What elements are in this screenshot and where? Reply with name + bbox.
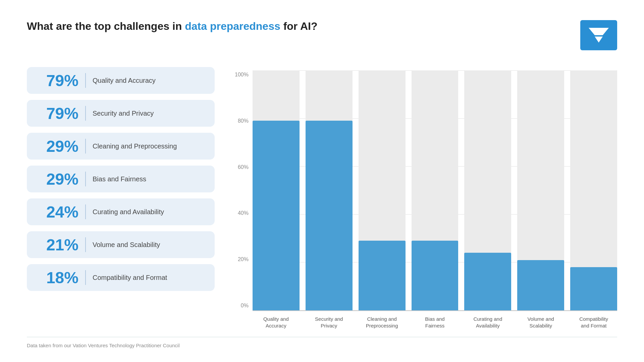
stat-label: Bias and Fairness [93, 175, 146, 183]
title-prefix: What are the top challenges in [27, 20, 185, 32]
chart-area: 100%80%60%40%20%0% [235, 70, 617, 329]
bar-fill [412, 241, 459, 310]
stat-card: 29% Bias and Fairness [27, 166, 215, 192]
y-axis: 100%80%60%40%20%0% [235, 70, 253, 329]
page: What are the top challenges in data prep… [0, 0, 644, 362]
stat-card: 24% Curating and Availability [27, 198, 215, 225]
x-axis-label: Cleaning andPreprocessing [359, 316, 406, 329]
svg-marker-0 [589, 28, 609, 35]
title-suffix: for AI? [280, 20, 318, 32]
stat-label: Quality and Accuracy [93, 77, 156, 84]
footer: Data taken from our Vation Ventures Tech… [27, 337, 617, 349]
stat-card: 79% Security and Privacy [27, 100, 215, 127]
x-labels: Quality andAccuracySecurity andPrivacyCl… [253, 311, 617, 329]
stat-divider [85, 73, 86, 88]
stat-divider [85, 237, 86, 252]
main-content: 79% Quality and Accuracy 79% Security an… [27, 67, 617, 329]
x-axis-label: Volume andScalability [517, 316, 564, 329]
stat-card: 29% Cleaning and Preprocessing [27, 133, 215, 160]
stat-pct: 21% [35, 236, 78, 254]
title-highlight: data preparedness [185, 20, 280, 32]
x-axis-label: Bias andFairness [412, 316, 459, 329]
stat-divider [85, 204, 86, 219]
x-axis-label: Curating andAvailability [464, 316, 511, 329]
stat-label: Compatibility and Format [93, 274, 167, 282]
logo-icon [587, 25, 610, 45]
stat-card: 79% Quality and Accuracy [27, 67, 215, 94]
stats-panel: 79% Quality and Accuracy 79% Security an… [27, 67, 215, 329]
footer-text: Data taken from our Vation Ventures Tech… [27, 343, 180, 348]
stat-divider [85, 106, 86, 121]
y-axis-label: 20% [238, 256, 249, 262]
y-axis-label: 100% [235, 72, 249, 78]
bar-fill [253, 121, 300, 310]
page-title: What are the top challenges in data prep… [27, 20, 318, 33]
bar-group [464, 70, 511, 310]
header: What are the top challenges in data prep… [27, 20, 617, 50]
bar-fill [570, 267, 617, 310]
svg-marker-1 [595, 37, 603, 43]
bars-area [253, 70, 617, 311]
stat-pct: 18% [35, 268, 78, 287]
stat-pct: 29% [35, 137, 78, 156]
logo [580, 20, 617, 50]
bar-group [412, 70, 459, 310]
stat-pct: 29% [35, 170, 78, 188]
x-axis-label: Security andPrivacy [306, 316, 353, 329]
y-axis-label: 60% [238, 164, 249, 170]
y-axis-label: 40% [238, 210, 249, 216]
y-axis-label: 80% [238, 118, 249, 124]
bar-fill [359, 241, 406, 310]
stat-label: Security and Privacy [93, 110, 154, 117]
bar-group [306, 70, 353, 310]
stat-pct: 79% [35, 71, 78, 90]
bar-group [517, 70, 564, 310]
bar-group [359, 70, 406, 310]
bar-fill [517, 260, 564, 310]
stat-divider [85, 139, 86, 154]
stat-card: 18% Compatibility and Format [27, 264, 215, 291]
chart-body: Quality andAccuracySecurity andPrivacyCl… [253, 70, 617, 329]
x-axis-label: Compatibilityand Format [570, 316, 617, 329]
bar-fill [306, 121, 353, 310]
bar-group [570, 70, 617, 310]
x-axis-label: Quality andAccuracy [253, 316, 300, 329]
stat-label: Volume and Scalability [93, 241, 160, 249]
stat-divider [85, 270, 86, 285]
stat-label: Curating and Availability [93, 208, 164, 216]
y-axis-label: 0% [241, 303, 249, 309]
stat-card: 21% Volume and Scalability [27, 231, 215, 258]
stat-pct: 24% [35, 203, 78, 221]
chart-inner: 100%80%60%40%20%0% [235, 70, 617, 329]
stat-divider [85, 172, 86, 186]
bar-fill [464, 253, 511, 310]
stat-pct: 79% [35, 104, 78, 123]
stat-label: Cleaning and Preprocessing [93, 142, 177, 150]
bar-group [253, 70, 300, 310]
chart-panel: 100%80%60%40%20%0% [235, 67, 617, 329]
